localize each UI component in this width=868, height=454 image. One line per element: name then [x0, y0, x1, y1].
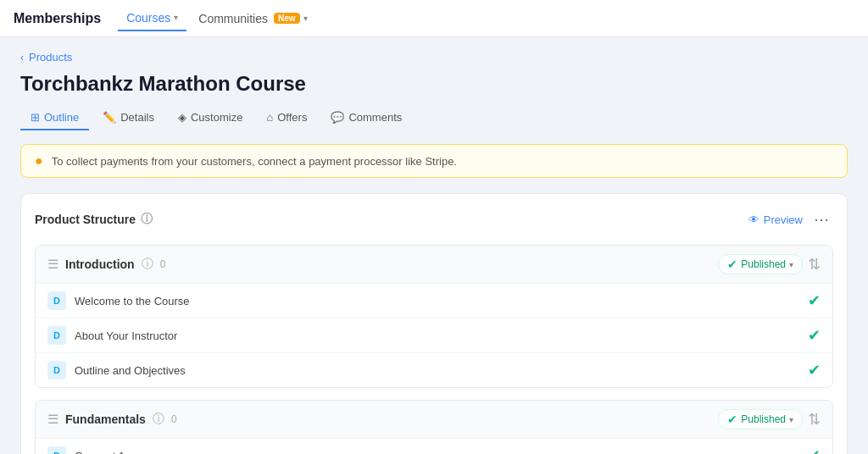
breadcrumb-chevron: ‹: [20, 52, 24, 64]
preview-label: Preview: [764, 213, 803, 226]
tab-details[interactable]: ✏️ Details: [92, 106, 164, 130]
tab-bar: ⊞ Outline ✏️ Details ◈ Customize ⌂ Offer…: [20, 106, 848, 130]
section-fundamentals-header: ☰ Fundamentals ⓘ 0 ✔ Published ▾ ⇅: [36, 401, 832, 438]
drag-handle-icon[interactable]: ☰: [47, 257, 58, 272]
drag-handle-icon[interactable]: ☰: [47, 412, 58, 427]
section-introduction: ☰ Introduction ⓘ 0 ✔ Published ▾ ⇅ D W: [35, 245, 833, 388]
section-intro-title-group: ☰ Introduction ⓘ 0: [47, 257, 165, 272]
alert-text: To collect payments from your customers,…: [52, 155, 457, 168]
tab-comments[interactable]: 💬 Comments: [320, 106, 412, 130]
tab-offers-label: Offers: [277, 111, 307, 124]
section-intro-expand-icon[interactable]: ⇅: [808, 255, 821, 274]
top-navigation: Memberships Courses ▾ Communities New ▾: [0, 0, 868, 37]
lesson-status-icon: ✔: [808, 326, 821, 345]
alert-banner: ● To collect payments from your customer…: [20, 144, 848, 178]
preview-button[interactable]: 👁 Preview: [748, 213, 803, 226]
tab-details-label: Details: [120, 111, 154, 124]
lesson-type-badge: D: [47, 361, 66, 379]
details-icon: ✏️: [103, 111, 116, 124]
section-fundamentals-status-label: Published: [741, 413, 786, 425]
structure-title-group: Product Structure ⓘ: [35, 212, 153, 227]
tab-outline[interactable]: ⊞ Outline: [20, 106, 89, 130]
section-fundamentals-name: Fundamentals: [65, 412, 146, 426]
section-fundamentals-actions: ✔ Published ▾ ⇅: [718, 409, 821, 429]
status-chevron-icon: ▾: [789, 260, 793, 269]
structure-info-icon: ⓘ: [141, 212, 153, 227]
lesson-row[interactable]: D About Your Instructor ✔: [36, 318, 832, 352]
tab-comments-label: Comments: [348, 111, 402, 124]
tab-offers[interactable]: ⌂ Offers: [256, 106, 317, 130]
section-intro-info-icon: ⓘ: [142, 257, 153, 272]
tab-outline-label: Outline: [44, 111, 79, 124]
comments-icon: 💬: [331, 111, 344, 124]
outline-icon: ⊞: [31, 111, 40, 124]
lesson-row[interactable]: D Concept 1 ✔: [36, 438, 832, 454]
courses-label: Courses: [126, 11, 170, 25]
section-fundamentals-status[interactable]: ✔ Published ▾: [718, 409, 803, 429]
section-fundamentals-info-icon: ⓘ: [153, 412, 164, 427]
communities-chevron: ▾: [303, 14, 308, 23]
section-introduction-header: ☰ Introduction ⓘ 0 ✔ Published ▾ ⇅: [36, 246, 832, 283]
published-check-icon: ✔: [727, 257, 737, 271]
offers-icon: ⌂: [266, 111, 273, 124]
lesson-status-icon: ✔: [808, 361, 821, 379]
section-intro-status[interactable]: ✔ Published ▾: [718, 254, 803, 274]
courses-chevron: ▾: [174, 13, 178, 22]
nav-communities[interactable]: Communities New ▾: [190, 7, 315, 30]
lesson-name: Outline and Objectives: [75, 364, 808, 377]
published-check-icon: ✔: [727, 412, 737, 426]
status-chevron-icon: ▾: [789, 415, 793, 424]
section-intro-actions: ✔ Published ▾ ⇅: [718, 254, 821, 274]
alert-icon: ●: [35, 153, 43, 169]
section-fundamentals-count: 0: [171, 413, 177, 425]
lesson-status-icon: ✔: [808, 446, 821, 454]
section-intro-name: Introduction: [65, 257, 135, 271]
lesson-type-badge: D: [47, 326, 66, 345]
lesson-row[interactable]: D Outline and Objectives ✔: [36, 352, 832, 387]
lesson-status-icon: ✔: [808, 291, 821, 310]
more-options-button[interactable]: ⋯: [810, 208, 833, 231]
section-intro-count: 0: [160, 258, 166, 270]
structure-title-text: Product Structure: [35, 213, 136, 226]
nav-courses[interactable]: Courses ▾: [118, 6, 186, 31]
lesson-type-badge: D: [47, 446, 66, 454]
tab-customize[interactable]: ◈ Customize: [168, 106, 253, 130]
section-fundamentals: ☰ Fundamentals ⓘ 0 ✔ Published ▾ ⇅ D Con…: [35, 400, 833, 454]
brand-logo: Memberships: [14, 11, 101, 26]
header-actions: 👁 Preview ⋯: [748, 208, 833, 231]
section-intro-status-label: Published: [741, 258, 786, 270]
nav-links: Courses ▾ Communities New ▾: [118, 6, 315, 31]
structure-header: Product Structure ⓘ 👁 Preview ⋯: [35, 208, 833, 231]
communities-new-badge: New: [274, 13, 300, 24]
customize-icon: ◈: [178, 111, 186, 124]
page-title: Torchbankz Marathon Course: [20, 72, 848, 96]
lesson-name: Welcome to the Course: [75, 295, 808, 307]
communities-label: Communities: [198, 12, 268, 25]
section-fundamentals-title-group: ☰ Fundamentals ⓘ 0: [47, 412, 177, 427]
lesson-row[interactable]: D Welcome to the Course ✔: [36, 283, 832, 318]
lesson-name: About Your Instructor: [75, 329, 808, 342]
preview-eye-icon: 👁: [748, 213, 760, 226]
section-fundamentals-expand-icon[interactable]: ⇅: [808, 410, 821, 429]
lesson-name: Concept 1: [75, 450, 808, 455]
lesson-type-badge: D: [47, 291, 66, 310]
tab-customize-label: Customize: [191, 111, 242, 124]
breadcrumb[interactable]: ‹ Products: [20, 51, 848, 64]
main-card: Product Structure ⓘ 👁 Preview ⋯ ☰ Introd…: [20, 193, 848, 454]
page-content: ‹ Products Torchbankz Marathon Course ⊞ …: [0, 37, 868, 454]
breadcrumb-label: Products: [29, 51, 72, 64]
